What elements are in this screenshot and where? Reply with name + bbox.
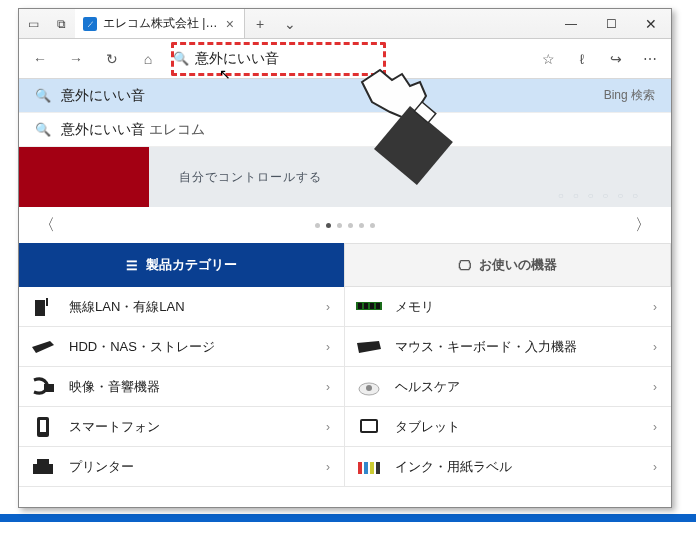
chevron-right-icon: › [326,340,330,354]
svg-rect-19 [376,462,380,474]
svg-rect-1 [46,298,48,306]
router-icon [29,295,57,319]
svg-rect-18 [370,462,374,474]
search-icon: 🔍 [35,88,51,103]
svg-rect-11 [376,303,380,309]
svg-rect-8 [358,303,362,309]
suggestion-item[interactable]: 🔍 意外にいい音 Bing 検索 [19,79,671,113]
category-label: マウス・キーボード・入力機器 [395,338,577,356]
category-label: 無線LAN・有線LAN [69,298,185,316]
banner-text: 自分でコントロールする [179,169,322,186]
carousel-next-button[interactable]: 〉 [635,215,651,236]
chevron-right-icon: › [653,300,657,314]
carousel-dot[interactable] [348,223,353,228]
ink-icon [355,455,383,479]
tab-your-device[interactable]: 🖵 お使いの機器 [344,243,671,287]
hero-banner: 自分でコントロールする ○ ○ ○ ○ ○ ○ [19,147,671,207]
category-grid: 無線LAN・有線LAN›HDD・NAS・ストレージ›映像・音響機器›スマートフォ… [19,287,671,487]
svg-rect-16 [358,462,362,474]
category-item[interactable]: メモリ› [345,287,671,327]
navigation-bar: ← → ↻ ⌂ 🔍 ↖ ☆ ℓ ↪ ⋯ [19,39,671,79]
category-label: プリンター [69,458,134,476]
svg-rect-9 [364,303,368,309]
search-suggestions: 🔍 意外にいい音 Bing 検索 🔍 意外にいい音 エレコム [19,79,671,147]
address-input[interactable] [195,51,529,67]
chevron-right-icon: › [326,420,330,434]
chevron-right-icon: › [653,460,657,474]
window-titlebar: ▭ ⧉ ⟋ エレコム株式会社 | ELECC × + ⌄ — ☐ ✕ [19,9,671,39]
reading-list-icon[interactable]: ℓ [565,42,599,76]
category-item[interactable]: ヘルスケア› [345,367,671,407]
carousel-dot[interactable] [326,223,331,228]
health-icon [355,375,383,399]
svg-rect-17 [364,462,368,474]
tab-actions-icon[interactable]: ▭ [19,17,47,31]
phone-icon [29,415,57,439]
category-label: メモリ [395,298,434,316]
carousel-prev-button[interactable]: 〈 [39,215,55,236]
printer-icon [29,455,57,479]
svg-rect-2 [44,384,54,392]
maximize-button[interactable]: ☐ [591,9,631,38]
device-icon: 🖵 [458,258,471,273]
back-button[interactable]: ← [23,42,57,76]
carousel-dot[interactable] [370,223,375,228]
category-item[interactable]: インク・用紙ラベル› [345,447,671,487]
carousel-dot[interactable] [359,223,364,228]
keyboard-icon [355,335,383,359]
svg-rect-6 [37,459,49,465]
close-window-button[interactable]: ✕ [631,9,671,38]
category-label: 映像・音響機器 [69,378,160,396]
category-item[interactable]: HDD・NAS・ストレージ› [19,327,345,367]
more-icon[interactable]: ⋯ [633,42,667,76]
chevron-right-icon: › [326,380,330,394]
tab-overflow-icon[interactable]: ⌄ [275,9,305,38]
category-label: スマートフォン [69,418,160,436]
forward-button[interactable]: → [59,42,93,76]
address-bar[interactable]: 🔍 ↖ [167,44,529,74]
memory-icon [355,295,383,319]
category-label: HDD・NAS・ストレージ [69,338,215,356]
search-icon: 🔍 [35,122,51,137]
svg-rect-4 [40,420,46,432]
tab-title: エレコム株式会社 | ELECC [103,15,218,32]
browser-tab[interactable]: ⟋ エレコム株式会社 | ELECC × [75,9,245,38]
bing-search-label: Bing 検索 [604,87,655,104]
minimize-button[interactable]: — [551,9,591,38]
hdd-icon [29,335,57,359]
chevron-right-icon: › [653,340,657,354]
chevron-right-icon: › [326,460,330,474]
category-item[interactable]: マウス・キーボード・入力機器› [345,327,671,367]
favorites-icon[interactable]: ☆ [531,42,565,76]
home-button[interactable]: ⌂ [131,42,165,76]
chevron-right-icon: › [326,300,330,314]
suggestion-text: 意外にいい音 エレコム [61,121,205,139]
carousel-dot[interactable] [337,223,342,228]
svg-rect-10 [370,303,374,309]
category-label: ヘルスケア [395,378,460,396]
new-tab-button[interactable]: + [245,9,275,38]
svg-rect-5 [33,464,53,474]
refresh-button[interactable]: ↻ [95,42,129,76]
category-label: タブレット [395,418,460,436]
list-icon: ☰ [126,258,138,273]
av-icon [29,375,57,399]
category-label: インク・用紙ラベル [395,458,512,476]
tab-label: お使いの機器 [479,256,557,274]
category-item[interactable]: プリンター› [19,447,345,487]
category-item[interactable]: タブレット› [345,407,671,447]
category-item[interactable]: 映像・音響機器› [19,367,345,407]
carousel-dot[interactable] [315,223,320,228]
share-icon[interactable]: ↪ [599,42,633,76]
suggestion-item[interactable]: 🔍 意外にいい音 エレコム [19,113,671,147]
tab-product-category[interactable]: ☰ 製品カテゴリー [19,243,344,287]
category-item[interactable]: 無線LAN・有線LAN› [19,287,345,327]
close-tab-icon[interactable]: × [224,16,236,32]
content-tabs: ☰ 製品カテゴリー 🖵 お使いの機器 [19,243,671,287]
search-icon: 🔍 [173,51,189,66]
decoration-bar [0,514,696,522]
tablet-icon [355,415,383,439]
category-item[interactable]: スマートフォン› [19,407,345,447]
set-aside-tabs-icon[interactable]: ⧉ [47,17,75,31]
suggestion-text: 意外にいい音 [61,87,145,105]
